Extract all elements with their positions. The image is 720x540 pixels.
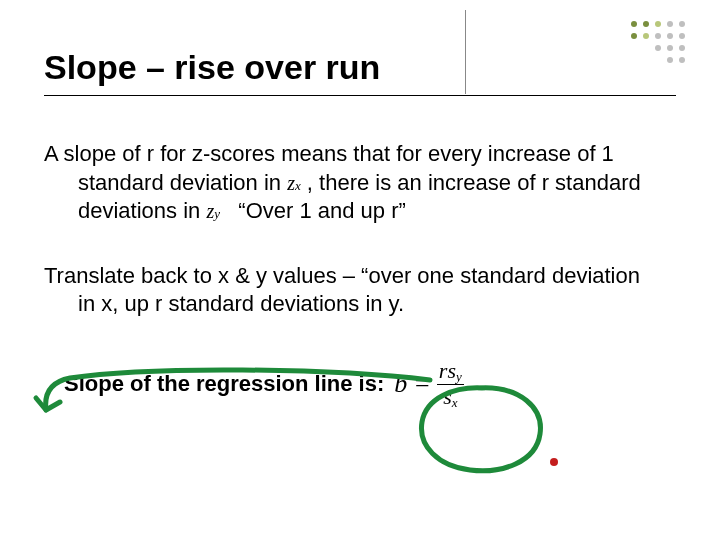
svg-point-14 [679, 57, 685, 63]
para2-line1: Translate back to x & y values – “over o… [44, 263, 546, 288]
para1-line2b: , there is an increase of [307, 170, 536, 195]
svg-point-5 [631, 33, 637, 39]
svg-point-2 [655, 21, 661, 27]
z-sub-y: zy [206, 200, 220, 222]
svg-point-0 [631, 21, 637, 27]
svg-point-4 [679, 21, 685, 27]
para1-line3b: “Over 1 and up r” [238, 198, 406, 223]
slope-label: Slope of the regression line is: [64, 370, 384, 399]
formula-lhs: b [394, 367, 407, 401]
annotation-dot-icon [550, 458, 558, 466]
svg-point-7 [655, 33, 661, 39]
formula-eq: = [413, 367, 431, 401]
slope-formula-line: Slope of the regression line is: b = rsy… [64, 359, 660, 409]
para1-line1: A slope of r for z-scores means that for… [44, 141, 571, 166]
paragraph-translate: Translate back to x & y values – “over o… [44, 262, 660, 319]
svg-point-9 [679, 33, 685, 39]
svg-point-3 [667, 21, 673, 27]
title-underline [44, 95, 676, 96]
z-sub-x: zx [287, 172, 301, 194]
svg-point-8 [667, 33, 673, 39]
paragraph-zscore: A slope of r for z-scores means that for… [44, 140, 660, 226]
slide-title: Slope – rise over run [44, 48, 676, 93]
svg-point-12 [679, 45, 685, 51]
svg-point-1 [643, 21, 649, 27]
svg-point-6 [643, 33, 649, 39]
slope-formula: b = rsy sx [394, 359, 463, 409]
formula-fraction: rsy sx [437, 359, 464, 409]
